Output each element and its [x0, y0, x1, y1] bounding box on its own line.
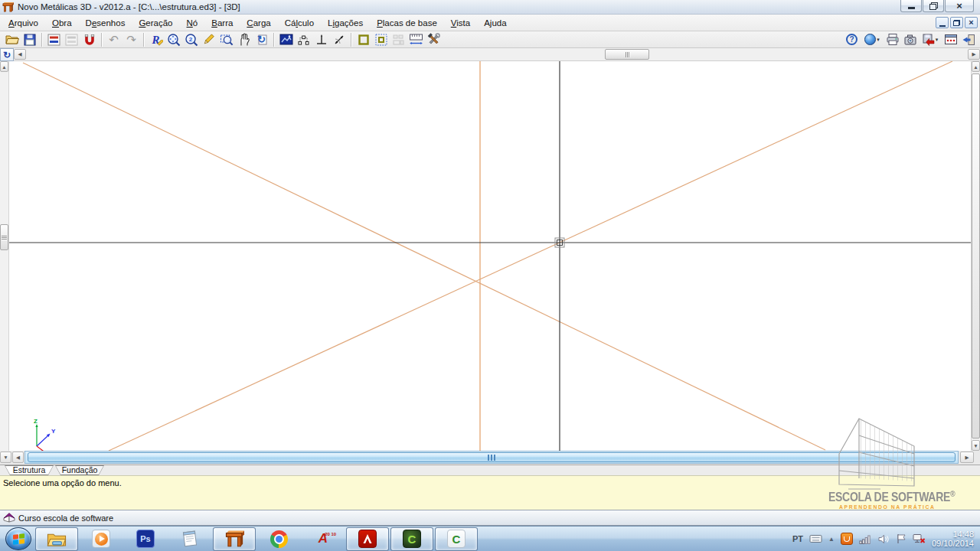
drawing-canvas[interactable]: Z Y X [0, 48, 980, 465]
configuration-tools-button[interactable] [425, 32, 443, 47]
scroll-up-button[interactable]: ▲ [972, 61, 980, 72]
network-signal-icon[interactable] [859, 534, 872, 544]
taskbar-metalicas-3d[interactable] [213, 527, 256, 551]
scroll-right-button[interactable]: ▶ [960, 452, 974, 463]
measure-button[interactable] [407, 32, 425, 47]
print-button[interactable] [884, 32, 901, 47]
export-button[interactable]: ▾ [919, 32, 942, 47]
left-scrollbar-thumb[interactable] [0, 224, 8, 250]
menu-obra[interactable]: Obra [45, 16, 79, 30]
view-3d-button[interactable] [277, 32, 295, 47]
zoom-all-button[interactable] [165, 32, 182, 47]
taskbar-chrome[interactable] [257, 527, 300, 551]
tab-estrutura[interactable]: Estrutura [5, 465, 54, 475]
mdi-restore-icon [953, 20, 960, 26]
online-services-button[interactable]: ▾ [861, 32, 884, 47]
mdi-close-button[interactable]: × [965, 17, 978, 28]
help-button[interactable]: ? [843, 32, 861, 47]
keyboard-icon[interactable] [809, 534, 822, 543]
redraw-button[interactable]: R [147, 32, 165, 47]
open-file-button[interactable] [3, 32, 21, 47]
scroll-left-button[interactable]: ◀ [14, 49, 26, 60]
language-indicator[interactable]: PT [792, 534, 803, 543]
network-disconnected-icon[interactable] [913, 533, 926, 544]
import-dxf-button[interactable] [45, 32, 63, 47]
taskbar-notepad[interactable] [168, 527, 211, 551]
scroll-left-button[interactable]: ◀ [12, 452, 24, 463]
local-axes-button[interactable] [312, 32, 330, 47]
taskbar-camtasia-studio[interactable]: C [390, 527, 433, 551]
java-update-icon[interactable] [841, 533, 853, 545]
minimize-button[interactable] [900, 0, 922, 12]
selection-window-button[interactable] [372, 32, 390, 47]
volume-icon[interactable] [878, 534, 890, 544]
zoom-window-button[interactable] [217, 32, 235, 47]
snap-magnet-button[interactable] [80, 32, 98, 47]
scroll-down-button[interactable]: ▼ [972, 440, 980, 451]
scroll-down-button[interactable]: ▼ [0, 452, 11, 463]
close-icon: × [956, 2, 962, 10]
taskbar-media-player[interactable] [80, 527, 122, 551]
taskbar-clock[interactable]: 14:48 09/10/2014 [932, 530, 974, 549]
action-center-flag-icon[interactable] [896, 533, 906, 544]
mdi-restore-button[interactable] [950, 17, 963, 28]
zoom-previous-button[interactable]: 2 [182, 32, 200, 47]
exit-button[interactable] [959, 32, 977, 47]
curso-window-bar[interactable]: Curso escola de software [0, 510, 980, 526]
title-bar: Novo Metálicas 3D - v2012.a - [C:\...\es… [0, 0, 980, 15]
edit-pencil-button[interactable] [200, 32, 217, 47]
notepad-icon [181, 530, 199, 548]
show-hidden-icons-button[interactable]: ▲ [828, 536, 835, 543]
view-3d-icon [279, 34, 293, 45]
bottom-scrollbar-thumb[interactable] [28, 452, 956, 462]
menu-vista[interactable]: Vista [444, 16, 477, 30]
mdi-minimize-button[interactable] [936, 17, 949, 28]
camtasia-studio-icon: C [403, 530, 421, 548]
start-button[interactable] [5, 527, 31, 550]
window-title: Novo Metálicas 3D - v2012.a - [C:\...\es… [18, 2, 240, 11]
menu-barra[interactable]: Barra [204, 16, 240, 30]
taskbar-autocad[interactable]: A20 10 [302, 527, 345, 551]
selection-frame-button[interactable] [354, 32, 372, 47]
rotate-view-button[interactable]: ↻ [0, 48, 14, 61]
arrow-up-icon: ▲ [2, 64, 6, 70]
top-scrollbar-thumb[interactable] [605, 49, 649, 60]
media-player-icon [92, 530, 110, 548]
redraw-window-button[interactable]: ↻ [253, 32, 270, 47]
right-scrollbar-thumb[interactable] [972, 73, 980, 439]
menu-carga[interactable]: Carga [240, 16, 277, 30]
menu-ligacoes[interactable]: Ligações [321, 16, 370, 30]
snapshot-button[interactable] [901, 32, 919, 47]
taskbar-windows-explorer[interactable] [35, 527, 78, 551]
globe-icon [864, 34, 876, 45]
close-button[interactable]: × [945, 0, 974, 12]
tab-fundacao[interactable]: Fundação [55, 465, 104, 475]
left-scrollbar: ▲ [0, 61, 9, 451]
bottom-scrollbar-track[interactable] [24, 451, 959, 464]
pan-button[interactable] [235, 32, 253, 47]
menu-desenhos[interactable]: Desenhos [79, 16, 132, 30]
canvas-geometry [9, 61, 971, 451]
nodes-button[interactable] [295, 32, 312, 47]
menu-calculo[interactable]: Cálculo [278, 16, 321, 30]
taskbar-adobe-reader[interactable] [346, 527, 389, 551]
menu-arquivo[interactable]: Arquivo [2, 16, 45, 30]
drawing-workspace: Z Y X ↻ ◀ ▶ ▲ ▲ ▼ [0, 48, 980, 465]
menu-no[interactable]: Nó [180, 16, 205, 30]
scroll-right-button[interactable]: ▶ [968, 49, 980, 60]
printer-icon [886, 33, 900, 46]
menu-ajuda[interactable]: Ajuda [477, 16, 513, 30]
menu-placas-de-base[interactable]: Placas de base [370, 16, 444, 30]
bottom-scrollbar: ▼ ◀ ▶ [0, 451, 980, 465]
dimensions-button[interactable] [330, 32, 348, 47]
menu-geracao[interactable]: Geração [132, 16, 179, 30]
taskbar-camtasia-recorder[interactable]: C [435, 527, 478, 551]
restore-button[interactable] [923, 0, 944, 12]
help-icon: ? [846, 34, 858, 45]
window-arrange-button[interactable] [942, 32, 959, 47]
restore-icon [929, 2, 938, 10]
taskbar-photoshop[interactable]: Ps [124, 527, 167, 551]
save-button[interactable] [21, 32, 38, 47]
selection-window-icon [374, 33, 388, 47]
scroll-up-button[interactable]: ▲ [0, 61, 8, 72]
